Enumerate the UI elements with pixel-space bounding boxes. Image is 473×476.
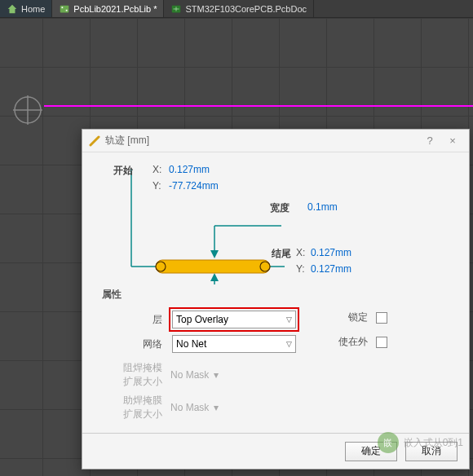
- chevron-down-icon: ▽: [286, 315, 292, 324]
- lock-label: 锁定: [337, 311, 368, 324]
- tab-pcblib-label: PcbLib2021.PcbLib *: [73, 4, 157, 14]
- layer-row: 层 Top Overlay ▽: [131, 307, 299, 332]
- soldermask-label-1: 阻焊掩模: [115, 361, 162, 375]
- svg-marker-0: [8, 4, 17, 13]
- highlight-box: Top Overlay ▽: [169, 307, 299, 332]
- pastemask-row: 助焊掩膜 扩展大小 No Mask ▾: [115, 394, 219, 421]
- section-properties: 属性: [102, 288, 122, 302]
- svg-point-19: [156, 262, 166, 271]
- track-preview-line: [44, 105, 473, 107]
- chevron-down-icon: ▾: [214, 369, 219, 381]
- watermark-text: 嵌入式从0到1: [404, 436, 463, 450]
- net-label: 网络: [131, 337, 162, 351]
- tab-bar: Home PcbLib2021.PcbLib * STM32F103CorePC…: [0, 0, 473, 18]
- end-label: 结尾: [272, 247, 291, 261]
- track-icon: [89, 135, 100, 147]
- end-x-value[interactable]: 0.127mm: [311, 247, 351, 258]
- keepout-row: 使在外: [337, 335, 387, 349]
- watermark-logo: 嵌: [378, 432, 399, 453]
- start-label: 开始: [113, 164, 133, 178]
- tab-home[interactable]: Home: [0, 0, 52, 17]
- chevron-down-icon: ▾: [214, 402, 219, 413]
- start-x-label: X:: [153, 164, 161, 175]
- pcblib-icon: [59, 3, 70, 15]
- net-row: 网络 No Net ▽: [131, 335, 296, 353]
- svg-rect-2: [62, 7, 64, 8]
- origin-marker: [11, 94, 44, 126]
- width-label: 宽度: [270, 201, 290, 215]
- net-combo-value: No Net: [176, 338, 206, 350]
- home-icon: [7, 3, 18, 15]
- lock-checkbox[interactable]: [376, 312, 387, 324]
- svg-rect-18: [156, 260, 270, 273]
- start-y-label: Y:: [153, 180, 161, 192]
- layer-combo-value: Top Overlay: [176, 314, 228, 325]
- start-x-value[interactable]: 0.127mm: [169, 164, 210, 175]
- dialog-titlebar[interactable]: 轨迹 [mm] ? ×: [82, 130, 469, 152]
- width-value[interactable]: 0.1mm: [307, 201, 338, 213]
- layer-combo[interactable]: Top Overlay ▽: [172, 311, 296, 328]
- keepout-checkbox[interactable]: [376, 337, 387, 348]
- watermark: 嵌 嵌入式从0到1: [378, 432, 463, 453]
- end-y-value[interactable]: 0.127mm: [311, 263, 351, 275]
- svg-rect-1: [60, 5, 69, 12]
- soldermask-value: No Mask: [170, 369, 209, 381]
- chevron-down-icon: ▽: [286, 340, 292, 348]
- pcbdoc-icon: [170, 3, 182, 15]
- end-x-label: X:: [296, 247, 305, 258]
- keepout-label: 使在外: [337, 335, 368, 349]
- tab-pcbdoc-label: STM32F103CorePCB.PcbDoc: [185, 4, 307, 14]
- svg-rect-3: [66, 9, 68, 11]
- start-y-value[interactable]: -77.724mm: [169, 180, 219, 192]
- track-dialog: 轨迹 [mm] ? × 开始: [82, 129, 470, 469]
- help-button[interactable]: ?: [418, 132, 441, 150]
- layer-label: 层: [131, 313, 162, 327]
- net-combo[interactable]: No Net ▽: [172, 335, 296, 353]
- tab-pcbdoc[interactable]: STM32F103CorePCB.PcbDoc: [164, 0, 314, 17]
- end-y-label: Y:: [296, 263, 305, 275]
- tab-home-label: Home: [21, 4, 45, 14]
- svg-point-20: [260, 262, 270, 271]
- dialog-body: 开始 X: 0.127mm Y: -77.724mm 宽度 0.1mm 结尾 X…: [82, 152, 469, 433]
- svg-marker-15: [210, 273, 219, 281]
- pastemask-value: No Mask: [170, 402, 209, 413]
- pastemask-label-2: 扩展大小: [115, 408, 162, 421]
- soldermask-row: 阻焊掩模 扩展大小 No Mask ▾: [115, 361, 219, 389]
- soldermask-label-2: 扩展大小: [115, 375, 162, 389]
- dialog-title: 轨迹 [mm]: [105, 134, 418, 148]
- pastemask-label-1: 助焊掩膜: [115, 394, 162, 408]
- svg-marker-13: [210, 250, 219, 258]
- tab-pcblib[interactable]: PcbLib2021.PcbLib *: [52, 0, 164, 17]
- lock-row: 锁定: [337, 311, 387, 324]
- close-button[interactable]: ×: [441, 132, 464, 150]
